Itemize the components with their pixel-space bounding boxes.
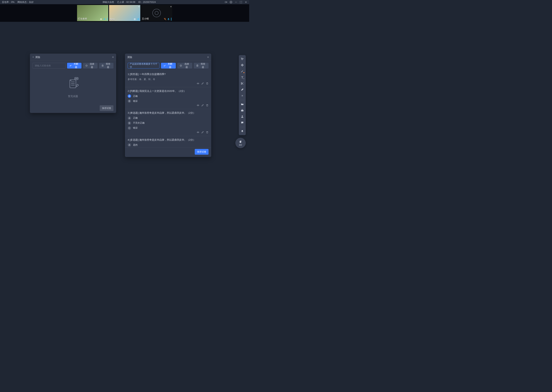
close-icon[interactable]: × bbox=[207, 56, 209, 59]
course-title: 神秘大自然 bbox=[102, 0, 114, 4]
close-icon[interactable] bbox=[245, 1, 247, 3]
reference-answer: 参考答案：春、夏、秋、冬 bbox=[128, 78, 209, 81]
video-tile-student-1[interactable]: × Nina bbox=[109, 5, 140, 21]
move-tool[interactable] bbox=[240, 63, 245, 68]
save-paper-button[interactable]: 保存试卷 bbox=[100, 105, 113, 111]
question-list[interactable]: 1 [简答题] 一年四季分别是哪四季?参考答案：春、夏、秋、冬2 [判断题] 我… bbox=[125, 70, 211, 147]
edit-icon[interactable] bbox=[201, 82, 204, 85]
svg-point-34 bbox=[242, 116, 243, 117]
delete-icon[interactable] bbox=[206, 131, 209, 133]
option-letter: B bbox=[128, 99, 131, 103]
option-letter: B bbox=[128, 121, 131, 125]
move-icon[interactable] bbox=[197, 131, 199, 133]
option-letter: A bbox=[128, 94, 131, 98]
add-short-answer-button[interactable]: 简答题 bbox=[99, 63, 113, 69]
question-title: 3 [单选题] 施华洛世奇是反华品牌，所以梁鼎琪反华。（2分） bbox=[128, 111, 209, 115]
pen-tool[interactable] bbox=[240, 69, 245, 74]
question-option[interactable]: C错误 bbox=[128, 126, 209, 130]
fullscreen-icon[interactable] bbox=[240, 1, 242, 3]
question-actions bbox=[128, 82, 209, 85]
delete-icon[interactable] bbox=[206, 82, 209, 85]
cursor-click-tool[interactable] bbox=[240, 56, 245, 62]
svg-point-23 bbox=[76, 78, 77, 79]
elapsed-time: 已上课：02:34:09 bbox=[117, 0, 135, 4]
toolbar-divider bbox=[240, 100, 245, 100]
laser-pointer-tool[interactable] bbox=[240, 93, 245, 98]
close-icon[interactable]: × bbox=[170, 5, 172, 8]
svg-rect-7 bbox=[104, 18, 105, 20]
option-letter: C bbox=[128, 126, 131, 130]
add-choice-button[interactable]: 选择题 bbox=[83, 63, 97, 69]
question-option[interactable]: A正确 bbox=[128, 116, 209, 120]
add-tf-button[interactable]: 判断题 bbox=[161, 63, 176, 69]
question-option[interactable]: A是的 bbox=[128, 143, 209, 147]
edit-icon[interactable] bbox=[201, 131, 204, 133]
svg-point-5 bbox=[100, 19, 102, 20]
hand-raise-count: 0/2 bbox=[239, 144, 242, 146]
toolbox-tool[interactable] bbox=[240, 108, 245, 113]
mic-icon bbox=[137, 18, 139, 21]
svg-rect-17 bbox=[70, 80, 76, 88]
question-item: 4 [多选题] 施华洛世奇是反华品牌，所以梁鼎琪反华。（2分）A是的B不完全正确… bbox=[125, 136, 211, 147]
quiz-panel-empty: 测验 × 判断题 选择题 简答题 暂无试题 保存试卷 bbox=[30, 54, 116, 113]
paper-name-input[interactable] bbox=[33, 63, 65, 69]
topbar: 丢包率：0% 网络状态：良好 神秘大自然 已上课：02:34:09 ID：202… bbox=[0, 0, 249, 4]
svg-point-31 bbox=[242, 95, 243, 96]
add-choice-button[interactable]: 选择题 bbox=[177, 63, 192, 69]
eraser-tool[interactable] bbox=[240, 87, 245, 92]
edit-icon[interactable] bbox=[201, 104, 204, 107]
network-status: 网络状态：良好 bbox=[17, 0, 34, 4]
close-icon[interactable]: × bbox=[138, 5, 139, 8]
option-letter: A bbox=[128, 116, 131, 120]
text-tool[interactable] bbox=[240, 75, 245, 80]
svg-point-6 bbox=[101, 19, 101, 19]
move-icon[interactable] bbox=[197, 82, 199, 85]
question-item: 1 [简答题] 一年四季分别是哪四季?参考答案：春、夏、秋、冬 bbox=[125, 70, 211, 87]
svg-point-30 bbox=[241, 84, 242, 84]
question-actions bbox=[128, 131, 209, 133]
session-id: ID：2020070324 bbox=[138, 0, 156, 4]
option-letter: A bbox=[128, 143, 131, 147]
svg-rect-12 bbox=[168, 18, 169, 20]
camera-muted-icon bbox=[164, 18, 166, 21]
back-icon[interactable] bbox=[32, 56, 34, 59]
packet-loss: 丢包率：0% bbox=[2, 0, 14, 4]
add-short-answer-button[interactable]: 简答题 bbox=[194, 63, 209, 69]
camera-toggle-icon[interactable] bbox=[225, 1, 227, 3]
option-text: 正确 bbox=[133, 95, 138, 98]
video-tile-name: Nina bbox=[110, 18, 115, 21]
video-tile-teacher[interactable]: 叮当老师 bbox=[77, 5, 108, 21]
camera-icon bbox=[133, 18, 136, 21]
question-option[interactable]: B错误 bbox=[128, 99, 209, 103]
user-tool[interactable] bbox=[240, 114, 245, 119]
right-toolbar bbox=[239, 55, 246, 135]
folder-tool[interactable] bbox=[240, 102, 245, 107]
chat-tool[interactable] bbox=[240, 120, 245, 125]
svg-rect-10 bbox=[138, 18, 138, 20]
video-tile-student-2[interactable]: × 王小明 bbox=[141, 5, 172, 21]
option-text: 正确 bbox=[133, 116, 138, 120]
question-item: 3 [单选题] 施华洛世奇是反华品牌，所以梁鼎琪反华。（2分）A正确B不完全正确… bbox=[125, 109, 211, 136]
move-icon[interactable] bbox=[197, 104, 199, 107]
scissors-tool[interactable] bbox=[240, 81, 245, 86]
paper-name-input[interactable]: 产品说试卷名称最多十六个字 bbox=[128, 63, 160, 69]
save-paper-button[interactable]: 保存试卷 bbox=[195, 149, 209, 155]
question-option[interactable]: B不完全正确 bbox=[128, 121, 209, 125]
gear-icon[interactable] bbox=[230, 1, 232, 3]
svg-point-22 bbox=[75, 78, 76, 79]
add-tf-button[interactable]: 判断题 bbox=[67, 63, 81, 69]
close-icon[interactable]: × bbox=[112, 56, 114, 59]
bell-tool[interactable] bbox=[240, 129, 245, 134]
hand-raise-badge[interactable]: 0/2 bbox=[235, 138, 246, 148]
option-text: 不完全正确 bbox=[133, 121, 145, 125]
video-tile-name: 王小明 bbox=[142, 17, 149, 21]
delete-icon[interactable] bbox=[206, 104, 209, 107]
question-actions bbox=[128, 104, 209, 107]
question-option[interactable]: A正确 bbox=[128, 94, 209, 98]
svg-point-8 bbox=[134, 19, 135, 20]
volume-bars bbox=[171, 18, 172, 21]
minimize-icon[interactable] bbox=[235, 1, 237, 3]
svg-rect-33 bbox=[241, 110, 243, 112]
hand-icon bbox=[239, 140, 242, 143]
camera-off-icon bbox=[152, 9, 161, 17]
